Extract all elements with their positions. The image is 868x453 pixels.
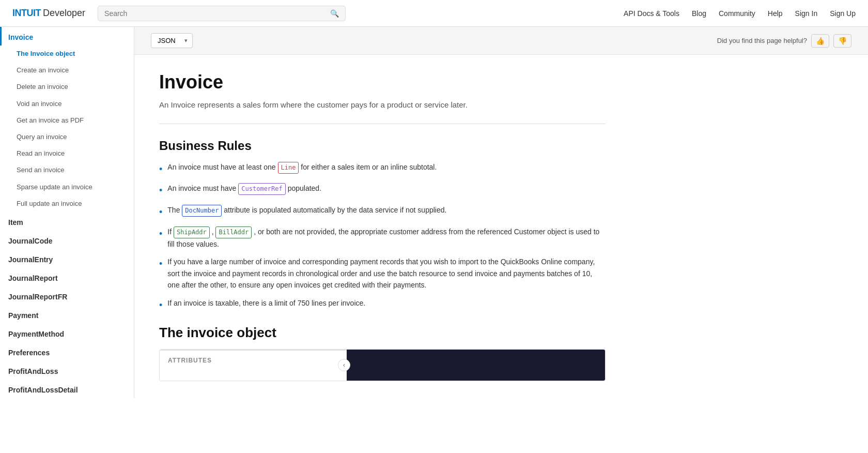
sidebar-section-journalreport[interactable]: JournalReport — [0, 268, 134, 286]
attributes-panel: ATTRIBUTES — [160, 350, 347, 381]
rule-4-text: If ShipAddr , BillAddr , or both are not… — [167, 226, 606, 250]
sidebar-section-journalcode[interactable]: JournalCode — [0, 231, 134, 249]
nav-link-community[interactable]: Community — [719, 9, 755, 18]
rule-1-before: An invoice must have at least one — [167, 163, 275, 171]
format-select[interactable]: JSON XML — [151, 33, 193, 48]
sidebar-item-read-invoice[interactable]: Read an invoice — [0, 145, 134, 162]
nav-link-sign-in[interactable]: Sign In — [795, 9, 818, 18]
attributes-label: ATTRIBUTES — [160, 350, 347, 370]
collapse-button[interactable]: ‹ — [338, 359, 350, 371]
sidebar-item-void-invoice[interactable]: Void an invoice — [0, 96, 134, 112]
rule-2: • An invoice must have CustomerRef popul… — [159, 183, 606, 198]
thumbs-up-button[interactable]: 👍 — [811, 34, 829, 48]
sidebar-wrapper: Invoice The Invoice object Create an inv… — [0, 27, 134, 453]
rule-4-comma: , — [212, 228, 216, 236]
sidebar-item-delete-invoice[interactable]: Delete an invoice — [0, 79, 134, 95]
sidebar-item-send-invoice[interactable]: Send an invoice — [0, 162, 134, 178]
rule-1-tag: Line — [278, 162, 299, 174]
rule-5: • If you have a large number of invoice … — [159, 256, 606, 291]
bullet-icon-2: • — [159, 183, 162, 198]
collapse-icon: ‹ — [343, 361, 345, 369]
logo-intuit: INTUIT — [12, 8, 41, 19]
code-panel — [347, 350, 605, 381]
attributes-area: ATTRIBUTES ‹ — [159, 349, 606, 381]
rule-4: • If ShipAddr , BillAddr , or both are n… — [159, 226, 606, 250]
nav-link-sign-up[interactable]: Sign Up — [830, 9, 856, 18]
bullet-icon-3: • — [159, 205, 162, 220]
invoice-object-title: The invoice object — [159, 325, 606, 341]
sidebar-item-sparse-update-invoice[interactable]: Sparse update an invoice — [0, 179, 134, 195]
sidebar-section-invoice[interactable]: Invoice — [0, 27, 134, 46]
rule-4-tag: ShipAddr — [174, 226, 210, 238]
logo-developer: Developer — [43, 8, 85, 19]
search-bar[interactable]: 🔍 — [98, 6, 346, 21]
business-rules-title: Business Rules — [159, 139, 606, 153]
thumbs-down-button[interactable]: 👎 — [833, 34, 851, 48]
rule-3-tag: DocNumber — [182, 205, 222, 217]
logo: INTUIT Developer — [12, 8, 85, 19]
sidebar-section-journalreportfr[interactable]: JournalReportFR — [0, 286, 134, 305]
rule-1: • An invoice must have at least one Line… — [159, 161, 606, 177]
divider — [159, 124, 606, 124]
sidebar-section-preferences[interactable]: Preferences — [0, 342, 134, 361]
helpful-area: Did you find this page helpful? 👍 👎 — [717, 34, 851, 48]
sidebar-section-journalentry[interactable]: JournalEntry — [0, 249, 134, 268]
bullet-icon-6: • — [159, 298, 162, 313]
rule-1-after: for either a sales item or an inline sub… — [301, 163, 437, 171]
helpful-text: Did you find this page helpful? — [717, 37, 807, 44]
sidebar-item-invoice-object[interactable]: The Invoice object — [0, 46, 134, 62]
page-subtitle: An Invoice represents a sales form where… — [159, 99, 606, 111]
main-content: Invoice An Invoice represents a sales fo… — [134, 55, 630, 453]
rule-1-text: An invoice must have at least one Line f… — [167, 161, 437, 174]
main-layout: Invoice The Invoice object Create an inv… — [0, 27, 868, 453]
sidebar: Invoice The Invoice object Create an inv… — [0, 27, 134, 398]
content-area: JSON XML ▾ Did you find this page helpfu… — [134, 27, 868, 453]
rules-list: • An invoice must have at least one Line… — [159, 161, 606, 313]
page-title: Invoice — [159, 71, 606, 93]
rule-3: • The DocNumber attribute is populated a… — [159, 204, 606, 220]
sidebar-section-paymentmethod[interactable]: PaymentMethod — [0, 324, 134, 342]
rule-2-text: An invoice must have CustomerRef populat… — [167, 183, 321, 195]
content-toolbar: JSON XML ▾ Did you find this page helpfu… — [134, 27, 868, 55]
format-select-wrapper: JSON XML ▾ — [151, 33, 193, 48]
bullet-icon-1: • — [159, 162, 162, 177]
search-icon: 🔍 — [330, 9, 339, 18]
sidebar-section-item[interactable]: Item — [0, 212, 134, 231]
nav-links: API Docs & Tools Blog Community Help Sig… — [624, 9, 856, 18]
rule-4-before: If — [167, 228, 172, 236]
sidebar-section-profitandloss[interactable]: ProfitAndLoss — [0, 361, 134, 380]
sidebar-section-profitandlossdetail[interactable]: ProfitAndLossDetail — [0, 380, 134, 398]
rule-2-after: populated. — [288, 184, 321, 192]
top-nav: INTUIT Developer 🔍 API Docs & Tools Blog… — [0, 0, 868, 27]
sidebar-item-query-invoice[interactable]: Query an invoice — [0, 129, 134, 145]
rule-6: • If an invoice is taxable, there is a l… — [159, 297, 606, 313]
sidebar-item-create-invoice[interactable]: Create an invoice — [0, 62, 134, 79]
rule-6-text: If an invoice is taxable, there is a lim… — [167, 297, 365, 309]
rule-2-tag: CustomerRef — [238, 183, 285, 195]
rule-4-tag2: BillAddr — [215, 226, 252, 238]
nav-link-api-docs[interactable]: API Docs & Tools — [624, 9, 679, 18]
nav-link-blog[interactable]: Blog — [692, 9, 706, 18]
bullet-icon-5: • — [159, 256, 162, 271]
search-input[interactable] — [104, 9, 326, 18]
rule-5-text: If you have a large number of invoice an… — [167, 256, 606, 291]
rule-3-before: The — [167, 206, 180, 214]
rule-3-text: The DocNumber attribute is populated aut… — [167, 204, 446, 217]
rule-3-after: attribute is populated automatically by … — [224, 206, 446, 214]
bullet-icon-4: • — [159, 226, 162, 241]
sidebar-item-get-invoice-pdf[interactable]: Get an invoice as PDF — [0, 112, 134, 129]
rule-2-before: An invoice must have — [167, 184, 236, 192]
sidebar-item-full-update-invoice[interactable]: Full update an invoice — [0, 195, 134, 212]
nav-link-help[interactable]: Help — [768, 9, 783, 18]
sidebar-section-payment[interactable]: Payment — [0, 305, 134, 324]
